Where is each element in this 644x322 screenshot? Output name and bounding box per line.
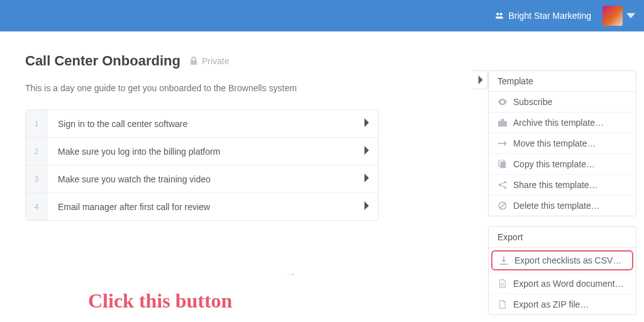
svg-rect-4 [500,162,506,169]
svg-rect-2 [191,60,197,65]
export-panel-title: Export [489,227,636,248]
chevron-right-icon [355,146,378,157]
ban-icon [497,201,507,210]
step-row[interactable]: 4Email manager after first call for revi… [26,192,378,220]
step-row[interactable]: 3Make sure you watch the training video [26,165,378,192]
file-icon [497,300,507,309]
menu-item-download[interactable]: Export checklists as CSV… [491,250,633,270]
menu-item-ban[interactable]: Delete this template… [489,195,636,216]
step-label: Make sure you log into the billing platf… [48,147,355,157]
group-icon [495,11,504,20]
menu-item-label: Subscribe [513,97,552,107]
header-bar: Bright Star Marketing [0,0,644,31]
template-panel: Template SubscribeArchive this template…… [488,70,636,216]
chevron-right-icon [355,201,378,213]
eye-icon [497,97,507,106]
org-switcher[interactable]: Bright Star Marketing [495,11,592,21]
org-name: Bright Star Marketing [509,11,592,21]
menu-item-label: Copy this template… [513,159,595,169]
menu-item-label: Export as Word document… [513,279,624,289]
menu-item-label: Archive this template… [513,118,604,128]
svg-point-1 [499,13,502,15]
step-label: Email manager after first call for revie… [48,202,355,212]
menu-item-doc[interactable]: Export as Word document… [489,273,636,294]
svg-rect-10 [499,264,507,265]
menu-item-copy[interactable]: Copy this template… [489,153,636,174]
annotation-text: Click this button [88,289,232,313]
page-title: Call Center Onboarding Private [25,53,230,69]
svg-point-0 [496,13,499,15]
svg-rect-3 [498,121,507,126]
export-panel: Export Export checklists as CSV…Export a… [488,226,636,315]
svg-point-7 [498,184,501,186]
annotation-arrow [286,270,295,279]
step-number: 3 [26,165,48,192]
step-number: 4 [26,193,48,220]
share-icon [497,180,507,189]
menu-item-file[interactable]: Export as ZIP file… [489,294,636,314]
template-panel-title: Template [489,71,636,92]
menu-item-label: Move this template… [513,138,596,148]
arrow-right-icon [497,139,507,148]
steps-list: 1Sign in to the call center software2Mak… [25,109,379,221]
avatar[interactable] [602,6,623,26]
doc-icon [497,279,507,288]
svg-point-6 [504,181,506,184]
download-icon [499,256,508,265]
step-row[interactable]: 1Sign in to the call center software [26,110,378,137]
export-menu: Export checklists as CSV…Export as Word … [489,250,636,314]
menu-item-label: Share this template… [513,180,598,190]
step-label: Sign in to the call center software [48,119,355,129]
collapse-sidebar-button[interactable] [472,70,488,89]
main-content: Call Center Onboarding Private This is a… [0,31,472,322]
step-row[interactable]: 2Make sure you log into the billing plat… [26,137,378,165]
menu-item-share[interactable]: Share this template… [489,174,636,195]
template-menu: SubscribeArchive this template…Move this… [489,92,636,216]
menu-item-eye[interactable]: Subscribe [489,92,636,112]
step-label: Make sure you watch the training video [48,174,355,184]
chevron-right-icon [355,174,378,185]
step-number: 2 [26,138,48,165]
caret-down-icon[interactable] [626,11,635,20]
menu-item-label: Delete this template… [513,201,600,211]
privacy-label: Private [202,56,230,66]
menu-item-label: Export as ZIP file… [513,299,589,309]
step-number: 1 [26,110,48,137]
chevron-right-icon [355,118,378,130]
briefcase-icon [497,118,507,127]
menu-item-briefcase[interactable]: Archive this template… [489,112,636,133]
page-description: This is a day one guide to get you onboa… [25,83,447,93]
menu-item-label: Export checklists as CSV… [514,255,621,265]
lock-icon [189,53,198,69]
copy-icon [497,160,507,169]
menu-item-arrow-right[interactable]: Move this template… [489,133,636,153]
sidebar: Template SubscribeArchive this template…… [488,31,644,322]
svg-point-8 [504,186,506,189]
title-text: Call Center Onboarding [25,53,180,69]
